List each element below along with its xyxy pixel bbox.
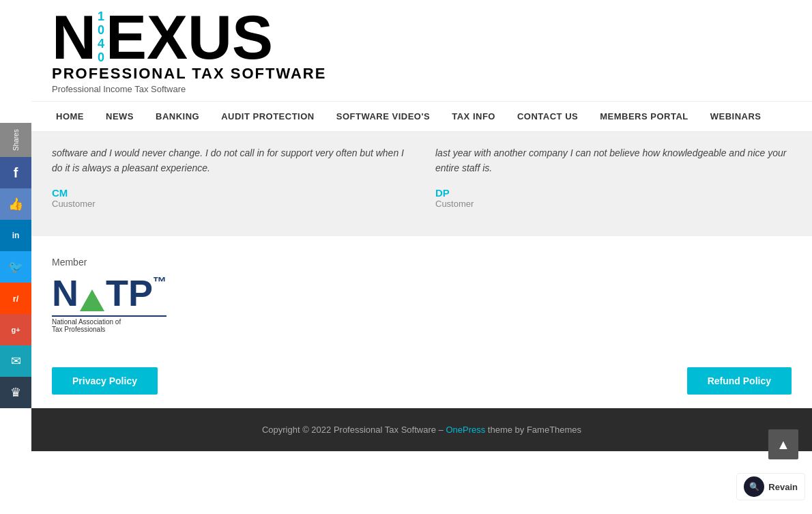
natp-logo-container: Member N TP ™ National Association of Ta…	[52, 257, 166, 333]
testimonial-1-text: software and I would never change. I do …	[52, 145, 408, 176]
like-button[interactable]: 👍	[0, 188, 31, 220]
natp-n-letter: N	[52, 272, 78, 314]
testimonial-2-author: DP	[435, 187, 792, 199]
googleplus-icon: g+	[11, 326, 20, 334]
logo-n: N	[52, 7, 96, 68]
testimonial-2-role: Customer	[435, 199, 792, 209]
crown-icon: ♛	[10, 385, 21, 400]
refund-policy-button[interactable]: Refund Policy	[687, 367, 792, 395]
reddit-share-button[interactable]: r/	[0, 283, 31, 314]
social-sidebar: Shares f 👍 in 🐦 r/ g+ ✉ ♛	[0, 123, 31, 408]
logo-area[interactable]: N 1 0 4 0 EXUS PROFESSIONAL TAX SOFTWARE…	[52, 7, 326, 94]
natp-trademark: ™	[153, 272, 166, 290]
footer-buttons-section: Privacy Policy Refund Policy	[31, 354, 812, 408]
logo-description: Professional Income Tax Software	[52, 84, 326, 94]
nav-home[interactable]: HOME	[45, 102, 95, 131]
logo-numbers: 1 0 4 0	[98, 10, 104, 64]
natp-divider	[52, 315, 166, 317]
onepress-link[interactable]: OnePress	[446, 425, 485, 435]
nav-news[interactable]: NEWS	[95, 102, 145, 131]
testimonials-section: software and I would never change. I do …	[31, 132, 812, 236]
twitter-icon: 🐦	[8, 259, 23, 274]
navbar: HOME NEWS BANKING AUDIT PROTECTION SOFTW…	[31, 101, 812, 132]
shares-label: Shares	[0, 123, 31, 157]
facebook-share-button[interactable]: f	[0, 157, 31, 188]
logo-subtitle: PROFESSIONAL TAX SOFTWARE	[52, 65, 326, 83]
natp-full-name-line2: Tax Professionals	[52, 326, 166, 333]
chevron-up-icon: ▲	[777, 437, 790, 453]
revain-badge[interactable]: 🔍 Revain	[736, 473, 805, 500]
revain-icon: 🔍	[744, 476, 764, 497]
copyright-footer: Copyright © 2022 Professional Tax Softwa…	[31, 408, 812, 451]
reddit-icon: r/	[13, 294, 19, 304]
testimonial-1: software and I would never change. I do …	[52, 145, 408, 209]
thumbsup-icon: 👍	[8, 197, 23, 212]
googleplus-share-button[interactable]: g+	[0, 314, 31, 345]
member-section: Member N TP ™ National Association of Ta…	[31, 236, 812, 354]
natp-triangle-icon	[80, 289, 104, 311]
scroll-to-top-button[interactable]: ▲	[768, 429, 798, 459]
testimonial-1-author: CM	[52, 187, 408, 199]
natp-tp-letters: TP	[106, 272, 153, 314]
nav-tax-info[interactable]: TAX INFO	[441, 102, 506, 131]
nav-members-portal[interactable]: MEMBERS PORTAL	[589, 102, 699, 131]
copyright-suffix: theme by FameThemes	[485, 425, 581, 435]
nav-webinars[interactable]: WEBINARS	[699, 102, 772, 131]
testimonial-2: last year with another company I can not…	[435, 145, 792, 209]
logo-text: EXUS	[106, 7, 273, 68]
crown-button[interactable]: ♛	[0, 377, 31, 408]
linkedin-icon: in	[12, 231, 20, 240]
linkedin-share-button[interactable]: in	[0, 220, 31, 251]
privacy-policy-button[interactable]: Privacy Policy	[52, 367, 158, 395]
testimonial-1-role: Cuustomer	[52, 199, 408, 209]
email-share-button[interactable]: ✉	[0, 345, 31, 377]
twitter-share-button[interactable]: 🐦	[0, 251, 31, 283]
nav-banking[interactable]: BANKING	[145, 102, 210, 131]
facebook-icon: f	[14, 165, 18, 181]
nav-contact-us[interactable]: CONTACT US	[506, 102, 589, 131]
header: N 1 0 4 0 EXUS PROFESSIONAL TAX SOFTWARE…	[31, 0, 812, 101]
copyright-text: Copyright © 2022 Professional Tax Softwa…	[262, 425, 446, 435]
nav-software-videos[interactable]: SOFTWARE VIDEO'S	[325, 102, 441, 131]
nav-audit-protection[interactable]: AUDIT PROTECTION	[210, 102, 325, 131]
email-icon: ✉	[11, 354, 21, 369]
testimonial-2-text: last year with another company I can not…	[435, 145, 792, 176]
natp-full-name-line1: National Association of	[52, 318, 166, 326]
revain-label: Revain	[768, 482, 798, 492]
member-label: Member	[52, 257, 166, 268]
